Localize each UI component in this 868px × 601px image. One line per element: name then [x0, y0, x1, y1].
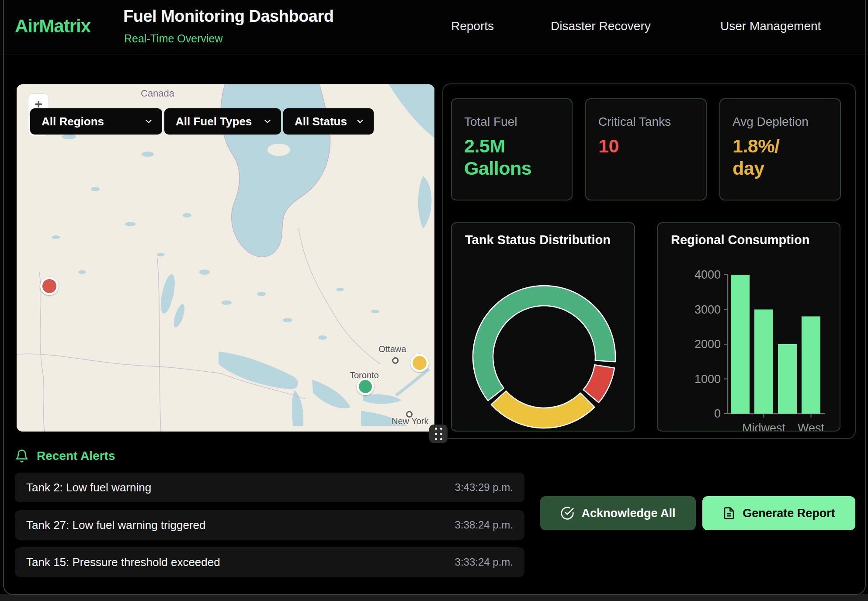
generate-report-button[interactable]: Generate Report	[702, 496, 855, 530]
bell-icon	[15, 449, 29, 463]
generate-report-label: Generate Report	[743, 507, 835, 520]
recent-alerts-header: Recent Alerts	[15, 449, 115, 463]
regional-consumption-bar-chart: 01000200030004000MidwestWest	[658, 223, 841, 431]
tank-marker-warning[interactable]	[410, 354, 429, 372]
recent-alerts-title: Recent Alerts	[37, 449, 115, 463]
nav-reports[interactable]: Reports	[451, 19, 494, 33]
alert-row[interactable]: Tank 15: Pressure threshold exceeded 3:3…	[15, 547, 524, 577]
app-header: AirMatrix Fuel Monitoring Dashboard Real…	[0, 0, 868, 55]
chart-title: Regional Consumption	[671, 233, 809, 247]
status-filter-value: All Status	[295, 115, 347, 128]
alert-row[interactable]: Tank 2: Low fuel warning 3:43:29 p.m.	[15, 473, 524, 502]
bar-region-0	[731, 275, 750, 414]
regional-consumption-chart-card: Regional Consumption 01000200030004000Mi…	[657, 222, 840, 432]
window-bottom-strip	[0, 594, 868, 601]
x-axis-tick-label: Midwest	[742, 421, 786, 431]
app-logo: AirMatrix	[15, 16, 90, 37]
stat-label: Total Fuel	[464, 115, 572, 129]
nav-user-management[interactable]: User Management	[720, 19, 821, 33]
dashboard: AirMatrix Fuel Monitoring Dashboard Real…	[0, 0, 868, 601]
acknowledge-all-button[interactable]: Acknowledge All	[540, 496, 696, 530]
document-icon	[722, 507, 736, 520]
fuel-type-filter-dropdown[interactable]: All Fuel Types	[164, 108, 281, 135]
y-axis-tick-label: 1000	[694, 373, 721, 386]
alert-text: Tank 2: Low fuel warning	[26, 481, 151, 494]
stat-value: 1.8%/day	[733, 135, 840, 179]
y-axis-tick-label: 0	[714, 407, 721, 420]
chevron-down-icon	[263, 117, 272, 126]
page-title: Fuel Monitoring Dashboard	[123, 7, 333, 26]
bar-region-3	[802, 316, 820, 414]
stat-value: 10	[598, 135, 706, 157]
alert-text: Tank 27: Low fuel warning triggered	[26, 518, 205, 532]
donut-segment-yellow	[491, 391, 594, 428]
alert-text: Tank 15: Pressure threshold exceeded	[26, 556, 220, 569]
x-axis-tick-label: West	[798, 421, 825, 431]
stat-card-critical-tanks: Critical Tanks 10	[585, 98, 707, 200]
region-filter-value: All Regions	[42, 115, 104, 128]
tank-status-donut-chart	[452, 223, 636, 431]
y-axis-tick-label: 4000	[694, 268, 721, 281]
chart-title: Tank Status Distribution	[465, 233, 611, 247]
acknowledge-all-label: Acknowledge All	[581, 507, 675, 520]
y-axis-tick-label: 3000	[694, 303, 721, 316]
tank-status-chart-card: Tank Status Distribution	[451, 222, 635, 432]
bar-region-1	[754, 310, 773, 414]
stat-label: Critical Tanks	[598, 115, 706, 129]
resize-drag-handle-icon[interactable]	[429, 425, 448, 443]
tank-marker-normal[interactable]	[357, 378, 374, 395]
stat-card-total-fuel: Total Fuel 2.5MGallons	[451, 98, 573, 200]
alert-timestamp: 3:43:29 p.m.	[455, 481, 513, 494]
tank-marker-critical[interactable]	[40, 277, 59, 295]
region-filter-dropdown[interactable]: All Regions	[30, 108, 162, 135]
nav-disaster-recovery[interactable]: Disaster Recovery	[551, 19, 651, 33]
stat-label: Avg Depletion	[733, 115, 840, 129]
stat-card-avg-depletion: Avg Depletion 1.8%/day	[719, 98, 841, 200]
map-panel[interactable]: Canada Ottawa Toronto New York	[17, 84, 434, 432]
alert-timestamp: 3:38:24 p.m.	[455, 519, 513, 531]
status-filter-dropdown[interactable]: All Status	[283, 108, 374, 135]
y-axis-tick-label: 2000	[694, 338, 721, 351]
chevron-down-icon	[144, 117, 153, 126]
check-circle-icon	[560, 506, 574, 520]
bar-region-2	[778, 344, 797, 414]
fuel-type-filter-value: All Fuel Types	[176, 115, 252, 128]
alert-row[interactable]: Tank 27: Low fuel warning triggered 3:38…	[15, 510, 524, 540]
alert-timestamp: 3:33:24 p.m.	[455, 556, 513, 568]
page-subtitle: Real-Time Overview	[124, 32, 223, 45]
tank-marker-layer	[17, 84, 434, 432]
donut-segment-red	[583, 365, 615, 402]
chevron-down-icon	[355, 117, 365, 126]
stat-value: 2.5MGallons	[464, 135, 572, 179]
